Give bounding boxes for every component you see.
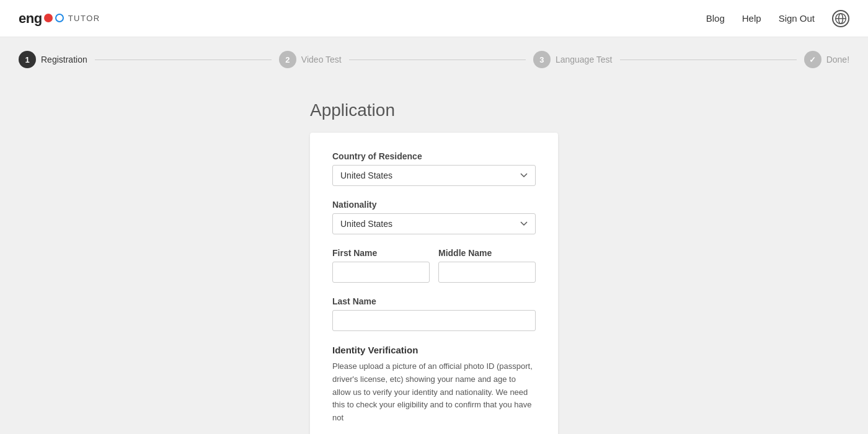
page-title: Application bbox=[310, 100, 395, 120]
first-name-input[interactable] bbox=[332, 262, 430, 283]
identity-verification-title: Identity Verification bbox=[332, 345, 536, 355]
first-name-group: First Name bbox=[332, 248, 430, 283]
step-2-circle: 2 bbox=[279, 51, 296, 68]
main-content: Application Country of Residence United … bbox=[0, 82, 868, 434]
name-row: First Name Middle Name bbox=[332, 248, 536, 283]
logo-o-blue-icon bbox=[55, 14, 64, 22]
connector-3 bbox=[620, 60, 797, 60]
help-link[interactable]: Help bbox=[742, 13, 761, 24]
steps-container: 1 Registration 2 Video Test 3 Language T… bbox=[19, 51, 849, 68]
step-video-test: 2 Video Test bbox=[279, 51, 342, 68]
step-registration: 1 Registration bbox=[19, 51, 87, 68]
step-1-label: Registration bbox=[41, 55, 87, 64]
step-done-label: Done! bbox=[826, 55, 849, 64]
step-done: ✓ Done! bbox=[804, 51, 849, 68]
sign-out-link[interactable]: Sign Out bbox=[779, 13, 815, 24]
country-of-residence-group: Country of Residence United States Unite… bbox=[332, 151, 536, 186]
step-done-circle: ✓ bbox=[804, 51, 822, 68]
form-card: Country of Residence United States Unite… bbox=[310, 133, 558, 434]
country-of-residence-label: Country of Residence bbox=[332, 151, 536, 161]
logo: eng TUTOR bbox=[19, 11, 100, 27]
nationality-group: Nationality United States United Kingdom… bbox=[332, 200, 536, 234]
identity-verification-section: Identity Verification Please upload a pi… bbox=[332, 345, 536, 425]
step-2-label: Video Test bbox=[301, 55, 342, 64]
step-1-circle: 1 bbox=[19, 51, 36, 68]
nationality-select[interactable]: United States United Kingdom Canada Aust… bbox=[332, 213, 536, 234]
country-of-residence-select[interactable]: United States United Kingdom Canada Aust… bbox=[332, 165, 536, 186]
last-name-label: Last Name bbox=[332, 296, 536, 306]
progress-bar: 1 Registration 2 Video Test 3 Language T… bbox=[0, 37, 868, 82]
identity-verification-description: Please upload a picture of an official p… bbox=[332, 360, 536, 425]
middle-name-group: Middle Name bbox=[438, 248, 536, 283]
blog-link[interactable]: Blog bbox=[706, 13, 725, 24]
step-language-test: 3 Language Test bbox=[533, 51, 613, 68]
connector-1 bbox=[95, 60, 272, 60]
middle-name-label: Middle Name bbox=[438, 248, 536, 258]
last-name-input[interactable] bbox=[332, 310, 536, 331]
step-3-label: Language Test bbox=[556, 55, 613, 64]
nationality-label: Nationality bbox=[332, 200, 536, 210]
step-3-circle: 3 bbox=[533, 51, 551, 68]
last-name-group: Last Name bbox=[332, 296, 536, 331]
nav: Blog Help Sign Out bbox=[706, 10, 849, 27]
first-name-label: First Name bbox=[332, 248, 430, 258]
logo-tutor-text: TUTOR bbox=[68, 14, 100, 23]
header: eng TUTOR Blog Help Sign Out bbox=[0, 0, 868, 37]
logo-eng-text: eng bbox=[19, 11, 42, 27]
connector-2 bbox=[349, 60, 526, 60]
logo-o-red-icon bbox=[44, 14, 53, 22]
middle-name-input[interactable] bbox=[438, 262, 536, 283]
globe-icon[interactable] bbox=[832, 10, 849, 27]
